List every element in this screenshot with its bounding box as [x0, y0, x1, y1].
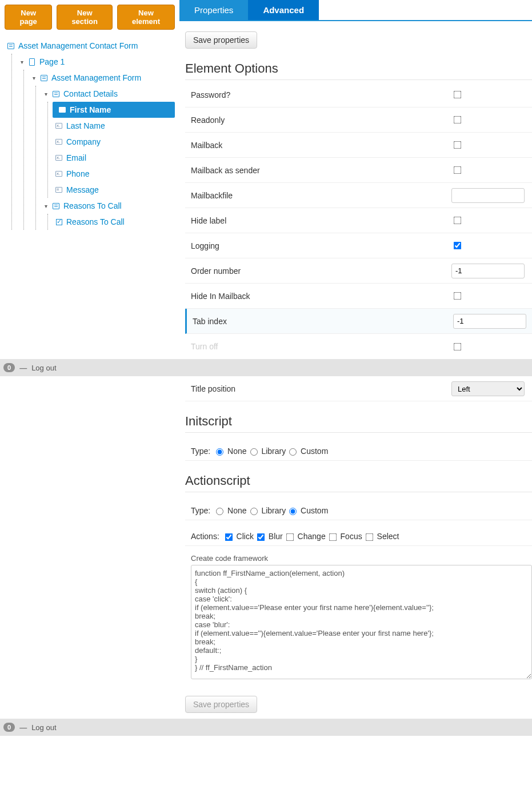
option-select[interactable]: Left [451, 381, 525, 396]
tree-label: Contact Details [63, 89, 118, 98]
section-initscript: Initscript [185, 414, 532, 433]
option-label: Hide label [185, 209, 451, 232]
action-label: Click [234, 532, 254, 541]
status-bar: 0 — Log out [0, 719, 532, 736]
logout-link[interactable]: Log out [31, 723, 56, 732]
option-label: Hide In Mailback [185, 285, 451, 308]
tree-field-email[interactable]: x. Email [53, 150, 175, 166]
section-actionscript: Actionscript [185, 473, 532, 492]
radio-label: None [225, 447, 246, 456]
option-checkbox[interactable] [454, 166, 462, 174]
tree-label: Reasons To Call [66, 217, 125, 226]
tree-label: First Name [70, 105, 111, 114]
actions-row: Actions: Click Blur Change Focus Select [185, 520, 532, 546]
expander-icon[interactable]: ▾ [31, 75, 37, 81]
tab-bar: Properties Advanced [179, 0, 532, 21]
save-properties-button-top[interactable]: Save properties [185, 31, 257, 49]
option-checkbox[interactable] [454, 242, 462, 250]
logout-link[interactable]: Log out [31, 364, 56, 372]
option-label: Mailback as sender [185, 159, 451, 182]
option-row: Tab index [185, 309, 532, 334]
script-type-radio[interactable] [289, 448, 297, 456]
action-checkbox[interactable] [225, 533, 233, 541]
dash-icon: — [19, 723, 27, 732]
option-checkbox[interactable] [454, 342, 462, 350]
tree-field-phone[interactable]: x. Phone [53, 166, 175, 182]
actionscript-type-row: Type: None Library Custom [185, 495, 532, 520]
textfield-icon: x. [55, 154, 63, 162]
form-tree: Asset Management Contact Form ▾ Page 1 [5, 38, 175, 230]
option-label: Title position [185, 377, 451, 400]
option-checkbox[interactable] [454, 141, 462, 149]
option-input[interactable] [451, 264, 525, 278]
form-icon [40, 74, 48, 82]
option-input[interactable] [451, 188, 525, 203]
tree-root[interactable]: Asset Management Contact Form [5, 38, 175, 54]
tree-label: Message [66, 185, 99, 194]
option-row: Mailbackfile [185, 183, 532, 208]
option-label: Readonly [185, 109, 451, 131]
radio-label: Custom [298, 506, 328, 515]
textarea-icon: ≡ [55, 186, 63, 194]
option-row: Title positionLeft [185, 376, 532, 401]
option-row: Turn off [185, 334, 532, 359]
expander-icon[interactable]: ▾ [43, 91, 49, 97]
type-label: Type: [191, 506, 210, 515]
actions-label: Actions: [191, 532, 219, 541]
checkbox-field-icon [55, 218, 63, 226]
tree-label: Email [66, 153, 86, 162]
tree-label: Asset Management Contact Form [18, 41, 138, 50]
textfield-icon: x. [55, 122, 63, 130]
tree-label: Asset Management Form [51, 73, 141, 82]
radio-label: Custom [298, 447, 328, 456]
section-icon [52, 202, 60, 210]
textfield-icon: x. [55, 170, 63, 178]
new-section-button[interactable]: New section [57, 5, 113, 30]
tree-section-reasons[interactable]: ▾ Reasons To Call [41, 198, 175, 214]
dash-icon: — [19, 364, 27, 372]
option-checkbox[interactable] [454, 217, 462, 225]
tree-page[interactable]: ▾ Page 1 [17, 54, 175, 70]
script-type-radio[interactable] [216, 448, 223, 456]
action-checkbox[interactable] [329, 533, 337, 541]
tree-form-node[interactable]: ▾ Asset Management Form [29, 70, 175, 86]
tree-field-last-name[interactable]: x. Last Name [53, 118, 175, 134]
tree-field-company[interactable]: x. Company [53, 134, 175, 150]
tree-field-reasons-checkbox[interactable]: Reasons To Call [53, 214, 175, 230]
option-row: Password? [185, 82, 532, 107]
action-checkbox[interactable] [286, 533, 294, 541]
option-input[interactable] [453, 314, 526, 329]
tab-advanced[interactable]: Advanced [248, 0, 319, 20]
tree-field-first-name[interactable]: x. First Name [53, 102, 175, 118]
tree-label: Phone [66, 169, 89, 178]
action-label: Change [295, 532, 326, 541]
option-checkbox[interactable] [454, 91, 462, 99]
script-type-radio[interactable] [250, 508, 258, 515]
option-label: Logging [185, 234, 451, 257]
option-row: Logging [185, 233, 532, 258]
radio-label: Library [259, 447, 286, 456]
textfield-icon: x. [58, 106, 66, 114]
action-checkbox[interactable] [257, 533, 265, 541]
tree-section-contact[interactable]: ▾ Contact Details [41, 86, 175, 102]
save-properties-button-bottom[interactable]: Save properties [185, 696, 257, 713]
expander-icon[interactable]: ▾ [43, 203, 49, 209]
script-type-radio[interactable] [250, 448, 258, 456]
type-label: Type: [191, 447, 210, 456]
option-checkbox[interactable] [454, 292, 462, 300]
script-type-radio[interactable] [289, 508, 297, 515]
actionscript-code[interactable] [191, 565, 532, 679]
action-checkbox[interactable] [365, 533, 373, 541]
new-element-button[interactable]: New element [117, 5, 175, 30]
expander-icon[interactable]: ▾ [19, 59, 25, 65]
status-bar: 0 — Log out [0, 359, 532, 376]
option-checkbox[interactable] [454, 116, 462, 124]
script-type-radio[interactable] [216, 508, 223, 515]
tab-properties[interactable]: Properties [179, 0, 248, 20]
initscript-type-row: Type: None Library Custom [185, 435, 532, 461]
option-label: Mailbackfile [185, 184, 451, 207]
tree-field-message[interactable]: ≡ Message [53, 182, 175, 198]
new-page-button[interactable]: New page [5, 5, 52, 30]
code-framework-label: Create code framework [191, 554, 532, 563]
option-row: Mailback [185, 133, 532, 158]
